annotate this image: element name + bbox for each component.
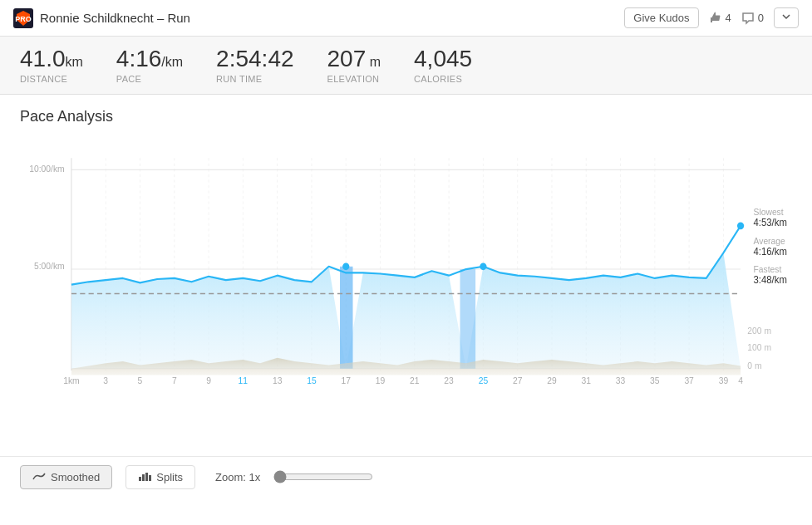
- comment-count-section: 0: [741, 12, 764, 25]
- header: PRO Ronnie Schildknecht – Run Give Kudos…: [0, 0, 812, 37]
- svg-text:19: 19: [376, 375, 386, 385]
- svg-text:3:48/km: 3:48/km: [754, 274, 787, 285]
- stat-elevation: 207 m Elevation: [327, 47, 381, 84]
- chevron-down-icon: [781, 12, 791, 22]
- distance-label: Distance: [20, 74, 83, 84]
- svg-text:11: 11: [239, 375, 249, 385]
- svg-text:Fastest: Fastest: [754, 264, 782, 274]
- svg-text:5:00/km: 5:00/km: [34, 261, 65, 271]
- chart-title: Pace Analysis: [20, 108, 792, 125]
- calories-label: Calories: [414, 74, 472, 84]
- smoothed-icon: [32, 472, 46, 482]
- svg-point-35: [480, 262, 486, 270]
- runtime-value: 2:54:42: [216, 46, 293, 71]
- zoom-label: Zoom: 1x: [215, 471, 260, 483]
- distance-unit: km: [66, 55, 83, 69]
- svg-text:17: 17: [342, 375, 352, 385]
- splits-button[interactable]: Splits: [125, 465, 195, 489]
- svg-text:31: 31: [582, 375, 592, 385]
- svg-text:35: 35: [650, 375, 660, 385]
- elevation-unit: m: [366, 55, 381, 69]
- svg-text:29: 29: [547, 375, 557, 385]
- svg-text:Slowest: Slowest: [754, 206, 784, 216]
- pace-chart-svg: 10:00/km 5:00/km: [20, 135, 792, 443]
- pace-chart: 10:00/km 5:00/km: [20, 135, 792, 443]
- svg-text:5: 5: [138, 375, 143, 385]
- svg-text:25: 25: [479, 375, 489, 385]
- svg-text:21: 21: [410, 375, 420, 385]
- svg-text:4:53/km: 4:53/km: [754, 216, 787, 227]
- svg-point-34: [342, 262, 349, 270]
- runtime-label: Run Time: [216, 74, 293, 84]
- svg-text:4:16/km: 4:16/km: [754, 245, 787, 256]
- elevation-value: 207: [327, 46, 367, 71]
- svg-text:200 m: 200 m: [747, 326, 771, 336]
- svg-text:23: 23: [444, 375, 454, 385]
- calories-value: 4,045: [414, 46, 472, 71]
- svg-text:33: 33: [616, 375, 626, 385]
- svg-text:7: 7: [172, 375, 177, 385]
- more-options-button[interactable]: [774, 7, 799, 28]
- main-content: Pace Analysis 10:00/km 5:00/km: [0, 95, 812, 456]
- svg-rect-68: [145, 473, 148, 481]
- comment-number: 0: [758, 12, 764, 24]
- svg-text:9: 9: [206, 375, 211, 385]
- activity-title: Ronnie Schildknecht – Run: [40, 11, 190, 25]
- svg-text:27: 27: [513, 375, 523, 385]
- header-actions: Give Kudos 4 0: [624, 7, 799, 28]
- svg-rect-30: [460, 269, 476, 369]
- elevation-label: Elevation: [327, 74, 381, 84]
- svg-rect-66: [139, 477, 141, 481]
- svg-text:0 m: 0 m: [747, 360, 761, 370]
- svg-point-33: [737, 222, 744, 229]
- bottom-controls: Smoothed Splits Zoom: 1x: [0, 456, 812, 498]
- svg-text:15: 15: [307, 375, 317, 385]
- stat-runtime: 2:54:42 Run Time: [216, 47, 293, 84]
- svg-rect-67: [142, 474, 145, 481]
- svg-text:3: 3: [103, 375, 108, 385]
- pace-value: 4:16: [116, 46, 162, 71]
- svg-text:10:00/km: 10:00/km: [29, 163, 65, 173]
- header-title-section: PRO Ronnie Schildknecht – Run: [13, 8, 190, 28]
- pace-unit: /km: [161, 55, 183, 69]
- stats-bar: 41.0km Distance 4:16/km Pace 2:54:42 Run…: [0, 37, 812, 95]
- zoom-slider[interactable]: [273, 470, 373, 483]
- svg-text:1km: 1km: [63, 375, 80, 385]
- comment-icon: [741, 12, 755, 25]
- distance-value: 41.0: [20, 46, 66, 71]
- svg-text:PRO: PRO: [15, 15, 32, 23]
- svg-rect-29: [340, 267, 352, 369]
- stat-calories: 4,045 Calories: [414, 47, 472, 84]
- pace-label: Pace: [116, 74, 183, 84]
- svg-text:Average: Average: [754, 235, 785, 245]
- svg-text:39: 39: [719, 375, 729, 385]
- svg-rect-69: [149, 475, 151, 481]
- stat-pace: 4:16/km Pace: [116, 47, 183, 84]
- kudos-count-section: 4: [709, 12, 731, 25]
- splits-label: Splits: [156, 471, 183, 483]
- svg-marker-28: [71, 253, 741, 368]
- svg-text:37: 37: [684, 375, 694, 385]
- strava-shield-icon: PRO: [13, 8, 33, 28]
- svg-text:100 m: 100 m: [747, 342, 771, 352]
- svg-text:4: 4: [738, 375, 743, 385]
- splits-icon: [138, 472, 151, 482]
- stat-distance: 41.0km Distance: [20, 47, 83, 84]
- thumbs-up-icon: [709, 12, 722, 25]
- smoothed-button[interactable]: Smoothed: [20, 465, 112, 489]
- give-kudos-button[interactable]: Give Kudos: [624, 7, 698, 28]
- smoothed-label: Smoothed: [51, 471, 100, 483]
- svg-text:13: 13: [273, 375, 283, 385]
- kudos-number: 4: [726, 12, 731, 24]
